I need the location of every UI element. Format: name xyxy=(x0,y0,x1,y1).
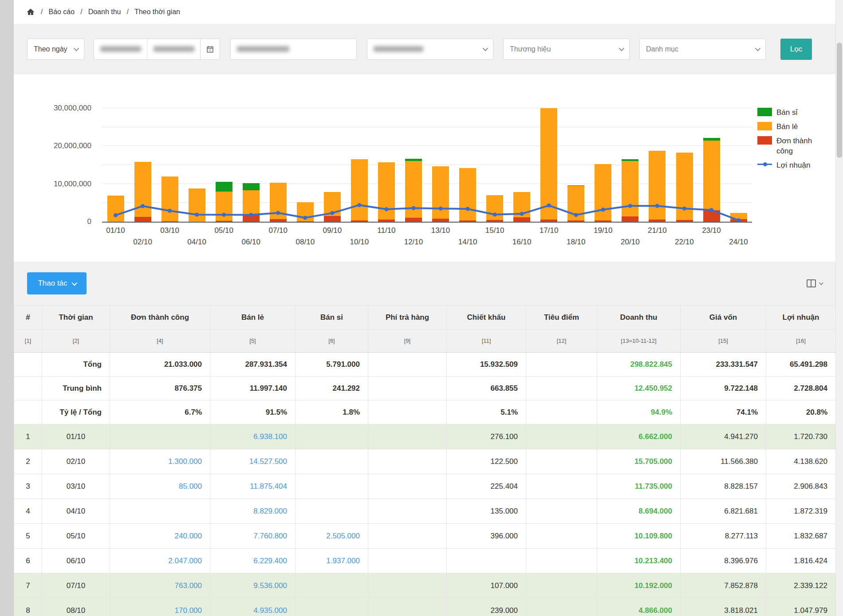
bar-22-10[interactable] xyxy=(671,108,698,222)
bar-23-10[interactable] xyxy=(698,108,725,222)
cell-ban_le[interactable]: 4.935.000 xyxy=(210,598,295,616)
column-header-doanh_thu[interactable]: Doanh thu xyxy=(597,306,681,330)
cell-don_thanh_cong[interactable]: 85.000 xyxy=(110,474,210,499)
bar-12-10[interactable] xyxy=(400,108,427,222)
column-header-no[interactable]: # xyxy=(14,306,42,330)
bar-06-10[interactable] xyxy=(237,108,264,222)
bar-08-10[interactable] xyxy=(292,108,319,222)
segment-ban-le xyxy=(134,162,151,217)
column-header-don_thanh_cong[interactable]: Đơn thành công xyxy=(110,306,210,330)
search-product-input[interactable] xyxy=(230,39,357,60)
column-header-chiet_khau[interactable]: Chiết khấu xyxy=(447,306,526,330)
column-header-tieu_diem[interactable]: Tiêu điểm xyxy=(526,306,597,330)
breadcrumb-item-bao-cao[interactable]: Báo cáo xyxy=(48,8,75,16)
column-header-ban_si[interactable]: Bán sỉ xyxy=(295,306,368,330)
date-from-input[interactable] xyxy=(94,39,147,59)
period-select[interactable]: Theo ngày xyxy=(27,39,84,60)
cell-don_thanh_cong[interactable]: 1.300.000 xyxy=(110,449,210,474)
cell-row-number: 5 xyxy=(14,524,42,549)
bar-10-10[interactable] xyxy=(346,108,373,222)
actions-dropdown-label: Thao tác xyxy=(38,279,67,288)
x-axis-tick-label: 05/10 xyxy=(214,226,233,235)
bar-05-10[interactable] xyxy=(210,108,237,222)
home-icon[interactable] xyxy=(26,8,35,16)
cell-don_thanh_cong[interactable]: 2.047.000 xyxy=(110,549,210,573)
cell-chiet_khau: 135.000 xyxy=(447,499,526,524)
cell-don_thanh_cong[interactable]: 240.000 xyxy=(110,524,210,549)
cell-ban_si[interactable]: 2.505.000 xyxy=(295,524,368,549)
legend-item-loi-nhuan[interactable]: Lợi nhuận xyxy=(757,160,833,170)
calendar-button[interactable] xyxy=(200,39,220,59)
date-to-input[interactable] xyxy=(147,39,200,59)
column-header-date[interactable]: Thời gian xyxy=(42,306,110,330)
x-axis-tick-label: 23/10 xyxy=(702,226,721,235)
scrollbar-thumb[interactable] xyxy=(837,43,842,158)
chevron-down-icon xyxy=(619,46,625,51)
cell-ban_si[interactable]: 1.937.000 xyxy=(295,549,368,573)
filter-button[interactable]: Lọc xyxy=(780,39,812,60)
cell-don_thanh_cong[interactable]: 170.000 xyxy=(110,598,210,616)
column-settings-button[interactable] xyxy=(807,279,822,287)
cell-doanh_thu: 10.213.400 xyxy=(597,549,681,573)
bar-16-10[interactable] xyxy=(508,108,536,222)
bar-19-10[interactable] xyxy=(590,108,617,222)
cell-ban_le[interactable]: 6.938.100 xyxy=(210,424,295,449)
cell-tieu_diem xyxy=(526,549,597,573)
bar-20-10[interactable] xyxy=(617,108,644,222)
brand-select[interactable]: Thương hiệu xyxy=(503,39,630,60)
column-index-loi_nhuan: [16] xyxy=(766,330,836,353)
cell-date: 06/10 xyxy=(42,549,110,573)
chart-legend: Bán sỉBán lẻĐơn thành côngLợi nhuận xyxy=(757,107,833,174)
cell-row-number: 8 xyxy=(14,598,42,616)
legend-item-don-thanh-cong[interactable]: Đơn thành công xyxy=(757,136,833,156)
bar-11-10[interactable] xyxy=(373,108,400,222)
bar-17-10[interactable] xyxy=(536,108,563,222)
legend-item-ban-le[interactable]: Bán lẻ xyxy=(757,122,833,132)
bar-09-10[interactable] xyxy=(319,108,346,222)
segment-ban-le xyxy=(405,161,422,218)
x-axis-tick-label: 01/10 xyxy=(106,226,125,235)
bar-02-10[interactable] xyxy=(129,108,156,222)
bar-18-10[interactable] xyxy=(563,108,590,222)
bar-04-10[interactable] xyxy=(183,108,210,222)
date-range-picker[interactable] xyxy=(94,39,220,60)
column-header-ban_le[interactable]: Bán lẻ xyxy=(210,306,295,330)
summary-label: Tổng xyxy=(42,353,110,377)
breadcrumb-item-doanh-thu[interactable]: Doanh thu xyxy=(88,8,121,16)
cell-don_thanh_cong[interactable]: 763.000 xyxy=(110,573,210,598)
cell-ban_le[interactable]: 9.536.000 xyxy=(210,573,295,598)
bar-21-10[interactable] xyxy=(644,108,671,222)
segment-ban-le xyxy=(107,196,124,222)
bar-14-10[interactable] xyxy=(454,108,481,222)
legend-item-ban-si[interactable]: Bán sỉ xyxy=(757,107,833,118)
summary-cell-ban_le: 11.997.140 xyxy=(210,377,295,400)
bar-13-10[interactable] xyxy=(427,108,454,222)
breadcrumb-item-theo-thoi-gian[interactable]: Theo thời gian xyxy=(134,8,180,16)
actions-dropdown-button[interactable]: Thao tác xyxy=(27,272,87,294)
bar-03-10[interactable] xyxy=(156,108,183,222)
cell-ban_le[interactable]: 14.527.500 xyxy=(210,449,295,474)
bar-24-10[interactable] xyxy=(725,108,752,222)
cell-ban_le[interactable]: 6.229.400 xyxy=(210,549,295,573)
column-header-loi_nhuan[interactable]: Lợi nhuận xyxy=(766,306,836,330)
redacted-date-from xyxy=(100,46,141,52)
cell-ban_le[interactable]: 7.760.800 xyxy=(210,524,295,549)
column-header-gia_von[interactable]: Giá vốn xyxy=(681,306,766,330)
page-scrollbar[interactable] xyxy=(835,0,843,616)
category-select[interactable]: Danh mục xyxy=(639,39,766,60)
column-header-phi_tra_hang[interactable]: Phí trả hàng xyxy=(368,306,447,330)
bar-07-10[interactable] xyxy=(264,108,292,222)
cell-chiet_khau: 276.100 xyxy=(447,424,526,449)
bar-01-10[interactable] xyxy=(102,108,129,222)
cell-row-number: 6 xyxy=(14,549,42,573)
x-axis-tick-label: 06/10 xyxy=(241,238,260,247)
cell-tieu_diem xyxy=(526,474,597,499)
cell-phi_tra_hang xyxy=(368,474,447,499)
cell-ban_le[interactable]: 8.829.000 xyxy=(210,499,295,524)
bar-15-10[interactable] xyxy=(481,108,508,222)
store-select[interactable] xyxy=(367,39,493,60)
cell-ban_si xyxy=(295,424,368,449)
summary-label: Tỷ lệ / Tổng xyxy=(42,400,110,424)
summary-cell-ban_le: 287.931.354 xyxy=(210,353,295,377)
cell-ban_le[interactable]: 11.875.404 xyxy=(210,474,295,499)
